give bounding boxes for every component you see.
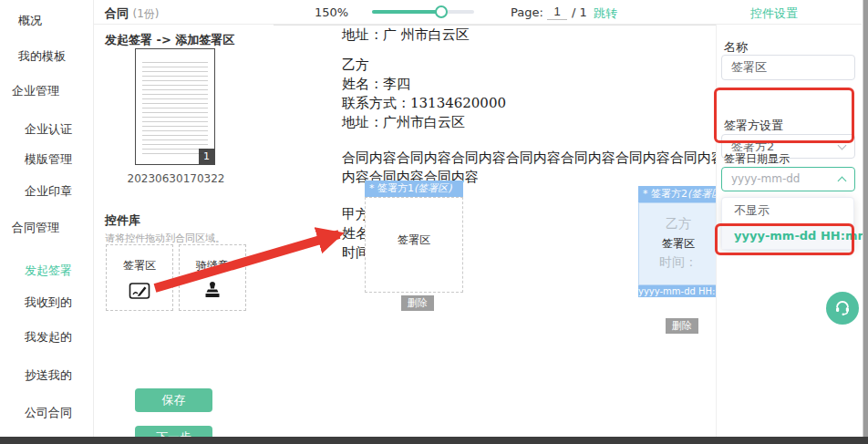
- sidebar-item-enterprise-mgmt[interactable]: 企业管理: [12, 83, 59, 99]
- contract-title-text: 合同: [105, 6, 129, 20]
- widget-header-text: * 签署方2: [643, 188, 687, 200]
- headset-icon: [833, 299, 852, 317]
- page-number-input[interactable]: [547, 4, 567, 20]
- doc-address: 地址：广州市白云区: [342, 114, 465, 131]
- doc-name: 姓名：李四: [342, 76, 410, 93]
- widget-header-text: * 签署方1: [369, 182, 414, 194]
- contract-title: 合同 (1份): [105, 5, 160, 22]
- app-window: 概况 我的模板 企业管理 企业认证 模版管理 企业印章 合同管理 发起签署 我收…: [0, 0, 868, 444]
- sidebar-item-overview[interactable]: 概况: [18, 13, 42, 29]
- widget-inspector-panel: 名称 签署方设置 签署方2 签署日期显示 yyyy-mm-dd HH:mm:s …: [716, 25, 861, 444]
- widget-2-ghost-party: 乙方: [639, 216, 716, 232]
- sidebar-item-enterprise-auth[interactable]: 企业认证: [25, 121, 72, 138]
- signature-widget-2[interactable]: * 签署方2(签署区) 乙方 签署区 时间： yyyy-mm-dd HH:mm …: [638, 186, 716, 297]
- doc-address-top: 地址：广 州市白云区: [342, 26, 470, 44]
- stamp-icon: [202, 281, 222, 301]
- zoom-slider-thumb[interactable]: [435, 5, 448, 18]
- sidebar: 概况 我的模板 企业管理 企业认证 模版管理 企业印章 合同管理 发起签署 我收…: [0, 0, 94, 444]
- page-total: / 1: [572, 5, 587, 19]
- sidebar-item-label: 企业管理: [12, 84, 59, 98]
- contract-count: (1份): [133, 7, 160, 20]
- zoom-slider-fill: [372, 10, 441, 14]
- thumbnail-page-badge: 1: [199, 149, 214, 164]
- sidebar-item-initiated[interactable]: 我发起的: [25, 329, 72, 346]
- window-bottom-edge: [0, 437, 868, 444]
- page-label: Page:: [511, 5, 543, 19]
- delete-widget-2-button[interactable]: 删除: [666, 318, 698, 334]
- delete-widget-1-button[interactable]: 删除: [401, 295, 434, 311]
- sidebar-item-company-contracts[interactable]: 公司合同: [25, 405, 72, 421]
- control-library-title: 控件库: [105, 212, 140, 229]
- sidebar-item-label: 合同管理: [12, 221, 59, 234]
- signature-widget-2-label: 签署区: [639, 236, 716, 252]
- doc-phone: 联系方式：13134620000: [342, 95, 506, 112]
- widget-header-suffix: (签署区): [687, 188, 716, 200]
- left-tools-panel: 发起签署 -> 添加签署区 1 20230630170322 控件库 请将控件拖…: [94, 25, 274, 437]
- signature-widget-1-body[interactable]: 签署区: [365, 197, 463, 293]
- date-display-dropdown: 不显示 yyyy-mm-dd HH:mm:ss: [721, 197, 854, 250]
- control-signature-label: 签署区: [107, 258, 172, 274]
- sidebar-item-enterprise-seal[interactable]: 企业印章: [25, 183, 72, 200]
- signature-widget-1[interactable]: * 签署方1(签署区) 签署区 删除: [365, 181, 463, 293]
- signature-widget-1-label: 签署区: [366, 232, 462, 248]
- name-field-label: 名称: [724, 39, 748, 56]
- control-library-hint: 请将控件拖动到合同区域。: [105, 232, 225, 245]
- zoom-slider[interactable]: [372, 10, 474, 14]
- zoom-percentage: 150%: [315, 5, 348, 19]
- thumbnail-preview-lines: [142, 58, 208, 155]
- doc-party-b: 乙方: [342, 57, 369, 74]
- window-right-edge: [863, 0, 868, 444]
- topbar: 合同 (1份) 150% Page: / 1 跳转 控件设置: [94, 0, 862, 25]
- page-jump-link[interactable]: 跳转: [594, 5, 617, 22]
- signature-widget-2-body[interactable]: 乙方 签署区 时间：: [638, 202, 716, 285]
- widget-2-ghost-time: 时间：: [639, 254, 716, 271]
- control-seal-label: 骑缝章: [180, 258, 245, 274]
- doc-content-1: 合同内容合同内容合同内容合同内容合同内容合同内容合同内容合同内容合同内: [342, 150, 716, 167]
- signature-widget-2-header[interactable]: * 签署方2(签署区): [638, 186, 716, 202]
- date-display-select[interactable]: yyyy-mm-dd HH:mm:s: [721, 167, 855, 191]
- signer-setting-label: 签署方设置: [724, 118, 783, 134]
- chevron-up-icon: [838, 177, 847, 186]
- page-thumbnail[interactable]: 1: [135, 48, 215, 165]
- dropdown-option-none[interactable]: 不显示: [722, 198, 853, 223]
- sidebar-item-template-mgmt[interactable]: 模版管理: [25, 151, 72, 168]
- save-button[interactable]: 保存: [135, 388, 212, 412]
- thumbnail-caption: 20230630170322: [94, 172, 258, 185]
- widget-name-input[interactable]: [721, 55, 855, 80]
- widget-2-date-bar: yyyy-mm-dd HH:mm: [638, 285, 716, 297]
- customer-service-button[interactable]: [826, 292, 859, 325]
- sidebar-item-contract-mgmt[interactable]: 合同管理: [12, 220, 59, 236]
- control-paging-seal[interactable]: 骑缝章: [179, 244, 246, 311]
- control-signature-area[interactable]: 签署区: [106, 244, 173, 311]
- date-display-label: 签署日期显示: [724, 151, 790, 167]
- breadcrumb: 发起签署 -> 添加签署区: [105, 32, 234, 48]
- widget-header-suffix: (签署区): [414, 182, 452, 194]
- signature-widget-1-header[interactable]: * 签署方1(签署区): [365, 181, 463, 197]
- chevron-down-icon: [838, 141, 847, 150]
- sidebar-item-cc-me[interactable]: 抄送我的: [25, 367, 72, 384]
- sidebar-item-my-templates[interactable]: 我的模板: [18, 48, 66, 65]
- sidebar-item-received[interactable]: 我收到的: [25, 294, 72, 311]
- signature-pen-icon: [129, 281, 150, 301]
- sidebar-item-initiate-sign[interactable]: 发起签署: [25, 263, 72, 279]
- dropdown-option-datetime[interactable]: yyyy-mm-dd HH:mm:ss: [722, 223, 853, 249]
- document-viewer: 地址：广 州市白云区 乙方 姓名：李四 联系方式：13134620000 地址：…: [274, 25, 716, 444]
